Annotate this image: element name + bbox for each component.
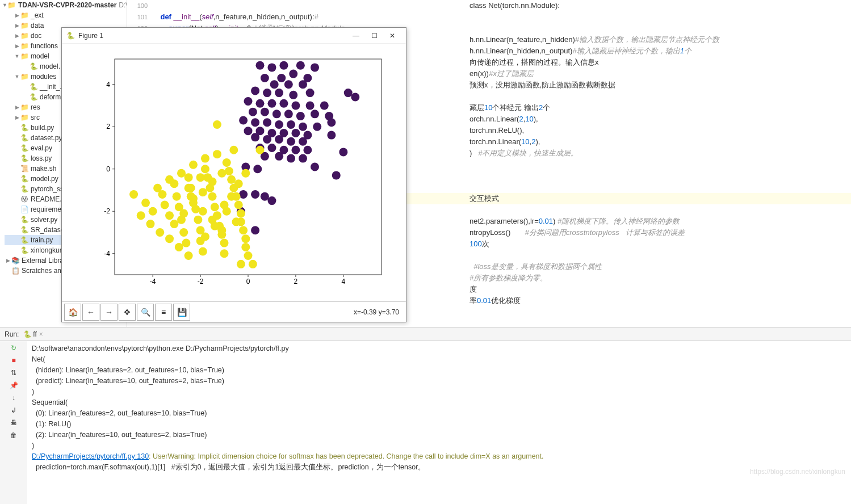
config-icon[interactable]: ≡ — [155, 304, 172, 321]
svg-point-170 — [234, 179, 243, 188]
svg-point-72 — [287, 137, 295, 146]
svg-point-114 — [201, 165, 209, 173]
svg-point-55 — [251, 118, 259, 127]
svg-point-167 — [211, 222, 219, 230]
project-path: D:\PycharmProjects\TDAN-VSR-CVPR-2020 — [119, 1, 127, 9]
scatter-plot: -4-2024-4-2024 — [75, 48, 393, 297]
run-gutter: ↻ ■ ⇅ 📌 ↓ ↲ 🖶 🗑 — [0, 341, 27, 504]
svg-point-78 — [303, 146, 312, 154]
close-button[interactable]: ✕ — [383, 32, 401, 40]
svg-point-110 — [194, 216, 202, 224]
svg-point-160 — [185, 184, 193, 192]
svg-point-118 — [211, 203, 219, 211]
svg-point-161 — [196, 173, 205, 182]
pan-icon[interactable]: ✥ — [119, 304, 136, 321]
tree-item[interactable]: ▶📁_ext — [5, 10, 127, 20]
svg-point-46 — [320, 101, 329, 110]
svg-text:4: 4 — [106, 81, 110, 89]
svg-point-36 — [289, 91, 297, 99]
svg-point-32 — [299, 80, 307, 89]
svg-point-146 — [137, 211, 145, 220]
home-icon[interactable]: 🏠 — [64, 304, 81, 321]
svg-point-172 — [213, 120, 221, 129]
svg-point-59 — [299, 123, 307, 131]
svg-point-169 — [227, 192, 236, 201]
svg-point-22 — [267, 63, 276, 72]
wrap-button[interactable]: ↲ — [9, 406, 18, 415]
svg-point-93 — [251, 226, 259, 234]
svg-text:2: 2 — [106, 123, 110, 131]
svg-point-145 — [255, 146, 264, 154]
svg-point-87 — [332, 171, 341, 179]
svg-point-41 — [255, 99, 264, 108]
svg-point-57 — [275, 120, 283, 129]
svg-text:-2: -2 — [198, 278, 204, 285]
svg-point-90 — [261, 192, 269, 201]
svg-point-24 — [296, 61, 305, 70]
svg-point-141 — [189, 161, 198, 169]
svg-point-105 — [182, 239, 190, 247]
close-tab-icon[interactable]: × — [39, 330, 43, 338]
svg-point-58 — [287, 120, 295, 129]
svg-point-51 — [296, 112, 305, 120]
down-button[interactable]: ↓ — [9, 393, 18, 402]
svg-text:4: 4 — [342, 278, 346, 285]
svg-point-30 — [270, 80, 279, 89]
svg-point-35 — [275, 89, 283, 97]
svg-point-47 — [249, 108, 257, 116]
svg-point-165 — [187, 192, 195, 201]
svg-point-89 — [251, 190, 259, 199]
run-tool-window: Run: 🐍 ff × ↻ ■ ⇅ 📌 ↓ ↲ 🖶 🗑 D:\software\… — [0, 327, 851, 504]
svg-point-86 — [253, 165, 262, 173]
run-tab[interactable]: ff — [33, 330, 36, 338]
pin-button[interactable]: 📌 — [9, 381, 18, 390]
figure-title: Figure 1 — [78, 32, 103, 40]
save-icon[interactable]: 💾 — [173, 304, 190, 321]
svg-point-135 — [244, 251, 253, 260]
figure-canvas[interactable]: -4-2024-4-2024 — [62, 44, 406, 301]
project-header[interactable]: ▼ 📁 TDAN-VSR-CVPR-2020-master D:\Pycharm… — [0, 0, 127, 10]
figure-toolbar: 🏠 ← → ✥ 🔍 ≡ 💾 x=-0.39 y=3.70 — [62, 301, 406, 322]
svg-point-61 — [327, 118, 336, 127]
svg-point-152 — [170, 220, 178, 228]
svg-point-149 — [165, 234, 174, 243]
project-icon: 📁 — [7, 1, 16, 9]
svg-point-150 — [175, 243, 183, 251]
svg-text:-2: -2 — [104, 207, 110, 215]
svg-point-157 — [217, 169, 226, 178]
minimize-button[interactable]: — — [347, 32, 365, 40]
svg-point-66 — [291, 129, 300, 137]
maximize-button[interactable]: ☐ — [365, 32, 383, 40]
stop-button[interactable]: ■ — [9, 356, 18, 365]
svg-point-43 — [279, 99, 288, 108]
svg-point-96 — [149, 207, 157, 216]
svg-point-171 — [241, 169, 250, 178]
svg-point-129 — [234, 201, 243, 209]
watermark: https://blog.csdn.net/xinlongkun — [750, 468, 845, 476]
svg-point-162 — [217, 226, 226, 234]
toggle-button[interactable]: ⇅ — [9, 368, 18, 377]
svg-point-79 — [339, 148, 347, 156]
svg-point-31 — [284, 80, 293, 89]
zoom-icon[interactable]: 🔍 — [137, 304, 154, 321]
svg-text:0: 0 — [246, 278, 250, 285]
delete-button[interactable]: 🗑 — [9, 431, 18, 440]
svg-point-42 — [267, 99, 276, 108]
matplotlib-figure-window[interactable]: 🐍 Figure 1 — ☐ ✕ -4-2024-4-2024 🏠 ← → ✥ … — [61, 27, 406, 322]
svg-point-25 — [311, 63, 319, 72]
svg-point-26 — [289, 70, 297, 78]
svg-point-34 — [263, 89, 271, 97]
svg-point-156 — [208, 178, 217, 186]
forward-icon[interactable]: → — [100, 304, 118, 321]
svg-point-77 — [291, 146, 300, 154]
print-button[interactable]: 🖶 — [9, 418, 18, 427]
svg-point-159 — [232, 217, 241, 226]
svg-point-54 — [239, 116, 248, 125]
figure-titlebar[interactable]: 🐍 Figure 1 — ☐ ✕ — [62, 28, 406, 44]
svg-point-133 — [241, 234, 250, 243]
svg-point-166 — [201, 232, 209, 241]
rerun-button[interactable]: ↻ — [9, 343, 18, 352]
svg-point-82 — [287, 154, 295, 163]
console-output[interactable]: D:\software\anacondon\envs\pytorch\pytho… — [27, 341, 851, 504]
back-icon[interactable]: ← — [82, 304, 99, 321]
